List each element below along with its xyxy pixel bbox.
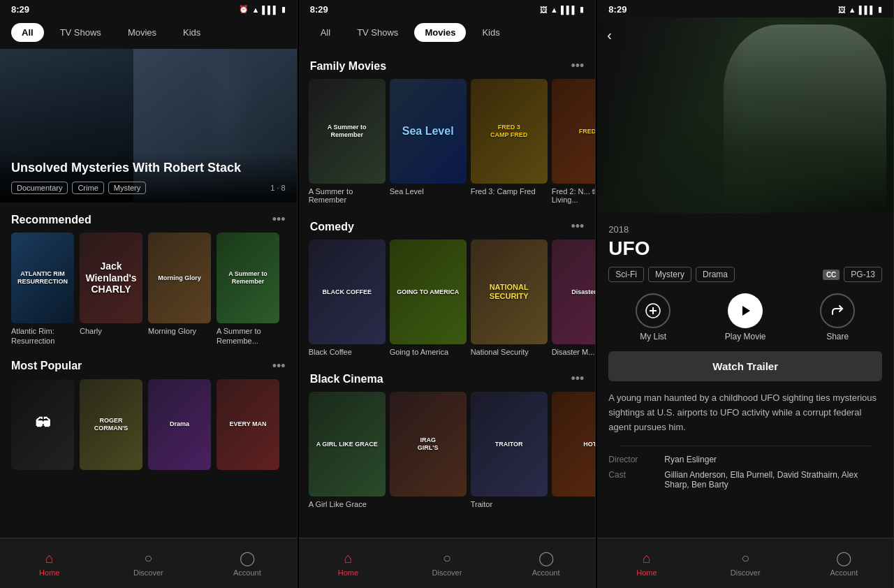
status-bar-2: 8:29 🖼 ▲ ▌▌▌ ▮ (299, 0, 596, 17)
cast-value: Gillian Anderson, Ella Purnell, David St… (664, 470, 882, 490)
wifi-icon: ▲ (251, 6, 259, 14)
tab-kids-2[interactable]: Kids (471, 23, 510, 42)
recommended-scroll[interactable]: ATLANTIC RIM RESURRECTION Atlantic Rim: … (0, 233, 297, 349)
list-item[interactable]: FRED 2 Fred 2: N... the Living... (552, 79, 596, 204)
tab-all-1[interactable]: All (11, 23, 44, 42)
section-header-comedy: Comedy ••• (299, 210, 596, 240)
tab-movies-2[interactable]: Movies (414, 23, 466, 42)
movie-label: Morning Glory (148, 326, 211, 336)
movie-label: Traitor (471, 500, 548, 508)
section-header-recommended: Recommended ••• (0, 203, 297, 233)
nav-label-home-1: Home (39, 568, 59, 577)
hero-tag-mystery[interactable]: Mystery (108, 182, 147, 194)
section-title-blackcinema: Black Cinema (310, 373, 383, 385)
movie-thumb: BLACK COFFEE (309, 240, 386, 344)
share-action[interactable]: Share (820, 293, 855, 341)
recommended-more-btn[interactable]: ••• (272, 212, 286, 227)
movie-thumb: Disaster M... (552, 240, 596, 344)
list-item[interactable]: Jack Wienland'sCHARLY Charly (80, 233, 142, 346)
nav-account-1[interactable]: ◯ Account (198, 538, 297, 588)
mylist-action[interactable]: My List (636, 293, 670, 341)
detail-content[interactable]: 2018 UFO Sci-Fi Mystery Drama CC PG-13 (597, 213, 893, 588)
list-item[interactable]: Drama (148, 379, 211, 473)
nav-discover-1[interactable]: ○ Discover (99, 538, 198, 588)
list-item[interactable]: A Summer to Remember A Summer to Remembe… (217, 233, 279, 346)
movie-thumb: NATIONAL SECURITY (471, 240, 548, 344)
hero-banner-1[interactable]: Unsolved Mysteries With Robert Stack Doc… (0, 49, 297, 203)
nav-label-discover-1: Discover (133, 568, 163, 577)
nav-account-3[interactable]: ◯ Account (795, 538, 893, 588)
tag-mystery[interactable]: Mystery (648, 267, 691, 282)
list-item[interactable]: ATLANTIC RIM RESURRECTION Atlantic Rim: … (11, 233, 74, 346)
nav-home-3[interactable]: ⌂ Home (597, 538, 696, 588)
movie-thumb: ATLANTIC RIM RESURRECTION (11, 233, 74, 323)
nav-discover-3[interactable]: ○ Discover (696, 538, 795, 588)
comedy-movies-row[interactable]: BLACK COFFEE Black Coffee GOING TO AMERI… (299, 240, 596, 362)
back-button[interactable]: ‹ (607, 27, 612, 43)
popular-more-btn[interactable]: ••• (272, 359, 286, 374)
hero-tags: Documentary Crime Mystery 1 · 8 (11, 182, 286, 194)
section-title-family: Family Movies (310, 60, 386, 73)
tag-scifi[interactable]: Sci-Fi (608, 267, 644, 282)
scroll-content-1[interactable]: Recommended ••• ATLANTIC RIM RESURRECTIO… (0, 203, 297, 588)
list-item[interactable]: BLACK COFFEE Black Coffee (309, 240, 386, 356)
list-item[interactable]: Sea Level Sea Level (390, 79, 467, 204)
list-item[interactable]: HOT (552, 392, 596, 508)
mylist-icon (636, 293, 670, 328)
battery-icon-2: ▮ (580, 5, 584, 14)
list-item[interactable]: A GIRL LIKE GRACE A Girl Like Grace (309, 392, 386, 508)
comedy-more-btn[interactable]: ••• (571, 219, 584, 234)
tab-kids-1[interactable]: Kids (173, 23, 211, 42)
popular-scroll[interactable]: 🕶 ROGER CORMAN'S Drama EVERY MAN (0, 379, 297, 476)
hero-tag-documentary[interactable]: Documentary (11, 182, 68, 194)
tab-tvshows-1[interactable]: TV Shows (50, 23, 112, 42)
play-icon (728, 293, 763, 328)
nav-label-account-1: Account (233, 568, 261, 577)
nav-home-1[interactable]: ⌂ Home (0, 538, 99, 588)
list-item[interactable]: GOING TO AMERICA Going to America (390, 240, 467, 356)
family-movies-row[interactable]: A Summer to Remember A Summer to Remembe… (299, 79, 596, 210)
share-icon (820, 293, 855, 328)
family-more-btn[interactable]: ••• (571, 59, 584, 73)
movie-thumb: Morning Glory (148, 233, 211, 323)
hero-title: Unsolved Mysteries With Robert Stack (11, 161, 286, 176)
tab-movies-1[interactable]: Movies (117, 23, 167, 42)
movie-label: Fred 3: Camp Fred (471, 187, 548, 196)
wifi-icon-3: ▲ (849, 6, 856, 14)
discover-icon-3: ○ (741, 550, 749, 566)
list-item[interactable]: Morning Glory Morning Glory (148, 233, 211, 346)
hero-tag-crime[interactable]: Crime (72, 182, 103, 194)
section-header-popular: Most Popular ••• (0, 349, 297, 379)
cc-badge: CC (823, 270, 840, 280)
section-title-recommended: Recommended (11, 214, 91, 226)
list-item[interactable]: A Summer to Remember A Summer to Remembe… (309, 79, 386, 204)
tab-all-2[interactable]: All (310, 23, 341, 42)
playmovie-action[interactable]: Play Movie (725, 293, 766, 341)
tag-drama[interactable]: Drama (696, 267, 735, 282)
movie-label: Atlantic Rim: Resurrection (11, 326, 74, 346)
phone-panel-1: 8:29 ⏰ ▲ ▌▌▌ ▮ All TV Shows Movies Kids … (0, 0, 298, 588)
watch-trailer-button[interactable]: Watch Trailer (608, 351, 882, 381)
tab-tvshows-2[interactable]: TV Shows (346, 23, 409, 42)
nav-account-2[interactable]: ◯ Account (497, 538, 596, 588)
nav-home-2[interactable]: ⌂ Home (299, 538, 398, 588)
battery-icon: ▮ (281, 5, 286, 14)
list-item[interactable]: EVERY MAN (217, 379, 279, 473)
section-list-2[interactable]: Family Movies ••• A Summer to Remember A… (299, 49, 596, 588)
list-item[interactable]: FRED 3CAMP FRED Fred 3: Camp Fred (471, 79, 548, 204)
bottom-nav-3: ⌂ Home ○ Discover ◯ Account (597, 538, 893, 588)
list-item[interactable]: ROGER CORMAN'S (80, 379, 142, 473)
list-item[interactable]: 🕶 (11, 379, 74, 473)
blackcinema-more-btn[interactable]: ••• (571, 372, 584, 386)
list-item[interactable]: Disaster M... Disaster M... (552, 240, 596, 356)
blackcinema-movies-row[interactable]: A GIRL LIKE GRACE A Girl Like Grace IRAG… (299, 392, 596, 514)
movie-thumb: A GIRL LIKE GRACE (309, 392, 386, 497)
list-item[interactable]: NATIONAL SECURITY National Security (471, 240, 548, 356)
list-item[interactable]: TRAITOR Traitor (471, 392, 548, 508)
list-item[interactable]: IRAGGIRL'S (390, 392, 467, 508)
nav-discover-2[interactable]: ○ Discover (397, 538, 497, 588)
phone-panel-3: 8:29 🖼 ▲ ▌▌▌ ▮ ‹ 2018 UFO Sci-Fi Mystery… (597, 0, 894, 588)
nav-label-discover-3: Discover (731, 568, 761, 577)
movie-label: Fred 2: N... the Living... (552, 187, 596, 204)
photo-icon: 🖼 (540, 6, 548, 14)
